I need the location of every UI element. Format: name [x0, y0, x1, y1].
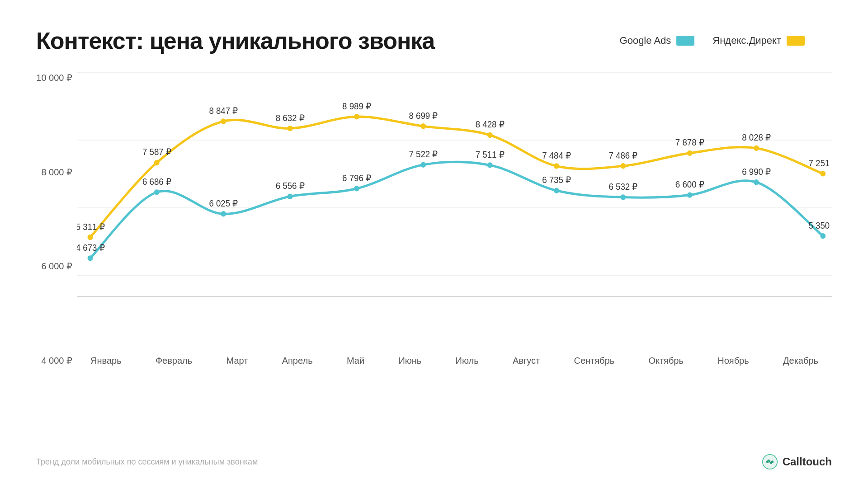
legend-google: Google Ads: [620, 35, 695, 47]
google-dot: [554, 188, 559, 193]
chart-svg: 4 673 ₽6 686 ₽6 025 ₽6 556 ₽6 796 ₽7 522…: [77, 72, 832, 343]
x-label: Май: [347, 356, 364, 366]
yandex-value-label: 8 028 ₽: [742, 133, 771, 143]
calltouch-logo: Calltouch: [762, 454, 832, 470]
yandex-dot: [88, 235, 93, 240]
google-value-label: 6 600 ₽: [675, 180, 704, 190]
yandex-value-label: 8 989 ₽: [342, 101, 371, 111]
google-line: [90, 162, 823, 258]
x-axis: ЯнварьФевральМартАпрельМайИюньИюльАвгуст…: [77, 356, 832, 366]
footer-text: Тренд доли мобильных по сессиям и уникал…: [36, 457, 258, 467]
svg-point-6: [766, 460, 769, 463]
yandex-dot: [820, 171, 826, 176]
google-dot: [88, 255, 93, 261]
header: Контекст: цена уникального звонка Google…: [36, 27, 832, 54]
yandex-dot: [288, 126, 293, 131]
page-title: Контекст: цена уникального звонка: [36, 27, 434, 54]
google-value-label: 6 532 ₽: [609, 182, 638, 192]
yandex-value-label: 7 587 ₽: [142, 147, 171, 157]
legend-yandex: Яндекс.Директ: [712, 35, 805, 47]
legend-google-label: Google Ads: [620, 35, 671, 47]
yandex-value-label: 7 878 ₽: [675, 138, 704, 148]
google-dot: [620, 194, 626, 200]
x-label: Март: [226, 356, 248, 366]
footer: Тренд доли мобильных по сессиям и уникал…: [36, 454, 832, 470]
yandex-value-label: 8 632 ₽: [276, 113, 305, 123]
x-label: Февраль: [156, 356, 192, 366]
google-dot: [354, 186, 359, 191]
legend-google-swatch: [676, 36, 694, 46]
google-value-label: 6 556 ₽: [276, 181, 305, 191]
yandex-dot: [420, 123, 426, 129]
x-label: Сентябрь: [574, 356, 614, 366]
y-label-8000: 8 000 ₽: [36, 167, 77, 178]
y-label-4000: 4 000 ₽: [36, 355, 77, 366]
x-label: Ноябрь: [717, 356, 749, 366]
google-dot: [487, 162, 493, 168]
x-label: Июнь: [398, 356, 421, 366]
yandex-dot: [354, 114, 359, 119]
yandex-dot: [554, 163, 559, 169]
yandex-value-label: 8 428 ₽: [476, 120, 505, 130]
y-label-6000: 6 000 ₽: [36, 261, 77, 272]
google-value-label: 6 025 ₽: [209, 198, 238, 208]
google-value-label: 7 511 ₽: [476, 150, 505, 160]
google-dot: [820, 233, 826, 239]
yandex-value-labels: 5 311 ₽7 587 ₽8 847 ₽8 632 ₽8 989 ₽8 699…: [77, 101, 832, 231]
google-value-label: 6 796 ₽: [342, 173, 371, 183]
yandex-dot: [154, 160, 160, 165]
legend-yandex-swatch: [787, 36, 805, 46]
yandex-value-label: 7 486 ₽: [609, 150, 638, 160]
x-label: Август: [513, 356, 540, 366]
x-label: Июль: [456, 356, 479, 366]
x-label: Декабрь: [783, 356, 818, 366]
yandex-dot: [487, 132, 493, 138]
yandex-dot: [620, 163, 626, 169]
yandex-dot: [687, 150, 693, 156]
calltouch-label: Calltouch: [783, 455, 832, 468]
yandex-value-label: 5 311 ₽: [77, 222, 104, 232]
page-container: Контекст: цена уникального звонка Google…: [0, 0, 868, 488]
y-axis: 10 000 ₽ 8 000 ₽ 6 000 ₽ 4 000 ₽: [36, 72, 77, 366]
google-value-label: 5 350 ₽: [809, 221, 832, 230]
yandex-line: [90, 117, 823, 237]
x-label: Октябрь: [648, 356, 684, 366]
yandex-value-label: 7 484 ₽: [542, 150, 571, 160]
svg-point-7: [771, 460, 773, 463]
google-value-label: 7 522 ₽: [409, 150, 438, 160]
yandex-value-label: 8 847 ₽: [209, 106, 238, 116]
google-value-label: 6 686 ₽: [142, 177, 171, 187]
google-dot: [754, 179, 759, 185]
yandex-dot: [221, 118, 226, 124]
x-label: Апрель: [282, 356, 313, 366]
y-label-10000: 10 000 ₽: [36, 72, 77, 83]
yandex-dot: [754, 145, 759, 151]
google-dot: [687, 192, 693, 197]
google-dot: [420, 162, 426, 167]
google-dot: [221, 211, 226, 216]
google-value-label: 4 673 ₽: [77, 243, 104, 253]
legend-yandex-label: Яндекс.Директ: [712, 35, 781, 47]
google-dot: [288, 194, 293, 199]
google-value-label: 6 735 ₽: [542, 175, 571, 185]
calltouch-icon: [762, 454, 778, 470]
x-label: Январь: [90, 356, 122, 366]
chart-area: 10 000 ₽ 8 000 ₽ 6 000 ₽ 4 000 ₽ 4 673 ₽…: [36, 72, 832, 366]
google-points: [88, 162, 826, 261]
google-dot: [154, 189, 160, 195]
google-value-label: 6 990 ₽: [742, 167, 771, 177]
yandex-value-label: 8 699 ₽: [409, 111, 438, 121]
legend: Google Ads Яндекс.Директ: [620, 35, 805, 47]
yandex-value-label: 7 251 ₽: [809, 158, 832, 168]
